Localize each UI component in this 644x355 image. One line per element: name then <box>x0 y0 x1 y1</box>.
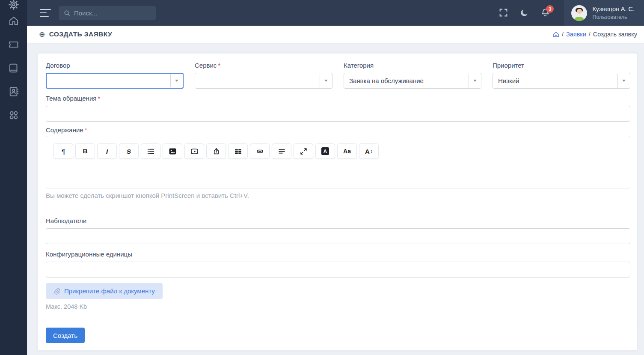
watchers-input[interactable] <box>46 228 630 244</box>
service-label: Сервис* <box>195 62 332 69</box>
dropdown-caret <box>469 74 481 88</box>
sidebar-toggle-button[interactable] <box>40 9 51 17</box>
priority-select[interactable]: Низкий <box>493 73 630 89</box>
upload-icon <box>213 148 220 155</box>
plus-circle-icon: ⊕ <box>39 30 45 39</box>
card-footer: Создать <box>38 320 637 350</box>
category-select[interactable]: Заявка на обслуживание <box>344 73 481 89</box>
category-value: Заявка на обслуживание <box>349 77 424 84</box>
create-ticket-card: Договор Сервис* <box>38 54 637 350</box>
subject-label: Тема обращения* <box>46 95 630 102</box>
user-role: Пользователь <box>592 14 635 20</box>
sidebar-item-settings[interactable] <box>8 0 19 11</box>
breadcrumb: / Заявки / Создать заявку <box>553 31 637 38</box>
user-menu[interactable]: Кузнецов А. С. Пользователь <box>564 0 644 26</box>
dropdown-caret <box>170 74 183 87</box>
toolbar-table-button[interactable] <box>228 143 248 159</box>
expand-icon <box>300 148 307 155</box>
dropdown-caret <box>320 74 332 88</box>
italic-icon: I <box>106 148 108 155</box>
sidebar <box>0 0 27 355</box>
top-navbar: 3 Кузнецов А. С. Пользователь <box>27 0 644 26</box>
toolbar-font-size-button[interactable]: A↕ <box>359 143 379 159</box>
watchers-label: Наблюдатели <box>46 217 630 224</box>
toolbar-link-button[interactable] <box>250 143 270 159</box>
sidebar-item-apps[interactable] <box>8 110 19 122</box>
editor-content[interactable] <box>53 159 623 179</box>
fullscreen-icon <box>499 8 508 17</box>
chevron-down-icon <box>473 80 477 82</box>
priority-label: Приоритет <box>493 62 630 69</box>
home-icon <box>9 16 19 28</box>
sidebar-nav <box>8 16 19 122</box>
hamburger-icon <box>40 9 51 10</box>
card-body: Договор Сервис* <box>38 54 637 320</box>
config-units-label: Конфигурационные единицы <box>46 251 630 258</box>
search-input[interactable] <box>74 9 159 17</box>
required-marker: * <box>218 62 220 69</box>
config-units-input[interactable] <box>46 262 630 277</box>
toolbar-italic-button[interactable]: I <box>97 143 117 159</box>
toolbar-bold-button[interactable]: B <box>75 143 95 159</box>
toolbar-video-button[interactable] <box>184 143 204 159</box>
contract-select[interactable] <box>46 73 184 89</box>
dark-mode-button[interactable] <box>519 8 529 18</box>
image-icon <box>169 148 176 155</box>
toolbar-text-background-button[interactable]: A <box>315 143 335 159</box>
breadcrumb-home-link[interactable] <box>553 31 559 38</box>
sidebar-item-contacts[interactable] <box>8 87 19 98</box>
subject-input[interactable] <box>46 106 630 122</box>
notifications-button[interactable]: 3 <box>540 8 550 18</box>
book-icon <box>9 63 19 75</box>
editor-toolbar: ¶ B I S <box>53 143 623 159</box>
toolbar-strikethrough-button[interactable]: S <box>119 143 139 159</box>
rich-text-editor: ¶ B I S <box>46 136 630 188</box>
toolbar-expand-button[interactable] <box>294 143 313 159</box>
search-icon <box>64 10 70 16</box>
sidebar-item-home[interactable] <box>8 16 19 27</box>
sidebar-item-tickets[interactable] <box>8 40 19 51</box>
create-button[interactable]: Создать <box>46 328 85 343</box>
breadcrumb-link-zayavki[interactable]: Заявки <box>566 31 586 38</box>
user-name: Кузнецов А. С. <box>592 6 635 12</box>
notification-badge: 3 <box>546 5 554 13</box>
chevron-down-icon <box>175 80 178 82</box>
toolbar-align-left-button[interactable] <box>272 143 291 159</box>
video-icon <box>191 148 198 155</box>
link-icon <box>256 148 264 155</box>
toolbar-paragraph-button[interactable]: ¶ <box>53 143 73 159</box>
required-marker: * <box>98 95 100 102</box>
page-title: ⊕ СОЗДАТЬ ЗАЯВКУ <box>39 30 112 39</box>
priority-value: Низкий <box>498 77 519 84</box>
chevron-down-icon <box>622 80 626 82</box>
toolbar-bullet-list-button[interactable] <box>141 143 160 159</box>
gear-icon <box>9 0 19 12</box>
toolbar-image-button[interactable] <box>163 143 182 159</box>
avatar <box>571 5 587 21</box>
page-content: Договор Сервис* <box>27 43 644 355</box>
moon-icon <box>520 8 529 17</box>
table-icon <box>234 148 242 155</box>
fullscreen-button[interactable] <box>499 8 508 18</box>
breadcrumb-separator: / <box>562 31 564 38</box>
toolbar-font-case-button[interactable]: Aa <box>337 143 357 159</box>
max-file-size: Макс. 2048 Kb <box>46 303 630 310</box>
selects-row: Договор Сервис* <box>46 62 630 89</box>
sidebar-item-knowledge[interactable] <box>8 63 19 75</box>
align-left-icon <box>278 148 285 155</box>
bullet-list-icon <box>147 148 154 155</box>
category-label: Категория <box>344 62 481 69</box>
main-column: 3 Кузнецов А. С. Пользователь ⊕ СОЗДАТЬ … <box>27 0 644 355</box>
attach-file-button[interactable]: Прикрепите файл к документу <box>46 283 163 299</box>
chevron-down-icon <box>324 80 328 82</box>
toolbar-upload-button[interactable] <box>206 143 226 159</box>
apps-grid-icon <box>9 110 19 122</box>
editor-hint: Вы можете сделать скриншот кнопкой Print… <box>46 192 630 199</box>
global-search <box>59 6 156 20</box>
service-select[interactable] <box>195 73 332 89</box>
home-icon <box>553 31 559 38</box>
paperclip-icon <box>53 287 60 295</box>
strikethrough-icon: S <box>127 148 131 155</box>
paragraph-icon: ¶ <box>62 148 65 155</box>
breadcrumb-current: Создать заявку <box>593 31 637 38</box>
